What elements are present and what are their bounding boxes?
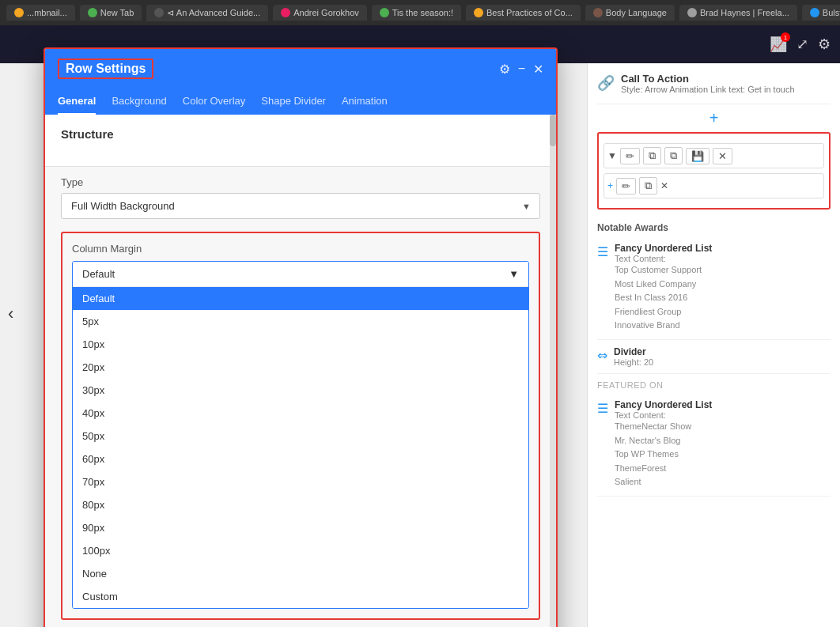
dropdown-item-20px[interactable]: 20px (73, 356, 528, 379)
dropdown-header[interactable]: Default ▼ (73, 262, 528, 287)
list-item: Friendliest Group (615, 305, 712, 319)
column-margin-section: Column Margin Default ▼ Default 5px 10px… (61, 232, 540, 620)
column-margin-dropdown[interactable]: Default ▼ Default 5px 10px 20px 30px 40p… (72, 261, 529, 609)
list-item: Most Liked Company (615, 278, 712, 292)
tab-bar: ...mbnail... New Tab ⊲ An Advanced Guide… (0, 0, 840, 25)
duplicate-button[interactable]: ⧉ (664, 147, 683, 164)
edit-button[interactable]: ✏ (620, 148, 640, 164)
tab-shape-divider[interactable]: Shape Divider (261, 89, 326, 115)
type-form-group: Type Full Width Background (45, 176, 556, 219)
minimize-icon[interactable]: − (518, 62, 525, 76)
dialog-scrollbar[interactable] (550, 115, 556, 627)
fancy-list-2-items: ThemeNectar Show Mr. Nectar's Blog Top W… (615, 420, 712, 489)
dropdown-list: Default 5px 10px 20px 30px 40px 50px 60p… (73, 287, 528, 608)
structure-section: Structure (45, 115, 556, 167)
list-icon-1: ☰ (597, 244, 608, 259)
dropdown-item-none[interactable]: None (73, 562, 528, 585)
settings-gear-icon[interactable]: ⚙ (499, 62, 510, 77)
dropdown-item-50px[interactable]: 50px (73, 425, 528, 448)
tab-brad[interactable]: Brad Haynes | Freela... (679, 5, 797, 21)
dialog-content: Structure Type Full Width Background Col… (45, 115, 556, 627)
dropdown-item-80px[interactable]: 80px (73, 493, 528, 516)
fancy-list-1: ☰ Fancy Unordered List Text Content: Top… (597, 236, 831, 340)
dialog-title: Row Settings (58, 59, 153, 79)
dropdown-selected-value: Default (82, 268, 115, 280)
featured-on-label: Featured On (597, 374, 831, 393)
dropdown-arrow[interactable]: ▼ (607, 150, 617, 161)
close-icon-small[interactable]: ✕ (660, 180, 668, 191)
copy-button-2[interactable]: ⧉ (639, 177, 657, 195)
fancy-list-2-title: Fancy Unordered List (615, 399, 712, 410)
tab-advanced[interactable]: ⊲ An Advanced Guide... (146, 5, 268, 21)
row-settings-dialog: Row Settings ⚙ − ✕ General Background Co… (44, 47, 558, 627)
fancy-list-1-sub: Text Content: (615, 254, 712, 263)
tab-bulstrad[interactable]: Bulstrad OB (802, 5, 840, 21)
copy-button[interactable]: ⧉ (643, 147, 661, 164)
dialog-tabs: General Background Color Overlay Shape D… (45, 89, 556, 115)
type-label: Type (61, 176, 540, 188)
dialog-header: Row Settings ⚙ − ✕ (45, 49, 556, 89)
edit-button-2[interactable]: ✏ (616, 178, 636, 195)
divider-title: Divider (614, 346, 653, 357)
list-item: Best In Class 2016 (615, 291, 712, 305)
analytics-badge: 1 (781, 32, 790, 42)
type-select[interactable]: Full Width Background (61, 193, 540, 219)
tab-andrei[interactable]: Andrei Gorokhov (273, 5, 367, 21)
expand-icon[interactable]: ⤢ (796, 36, 808, 53)
dropdown-item-10px[interactable]: 10px (73, 333, 528, 356)
fancy-list-1-items: Top Customer Support Most Liked Company … (615, 263, 712, 333)
cta-subtitle: Style: Arrow Animation Link text: Get in… (621, 85, 795, 94)
dropdown-item-30px[interactable]: 30px (73, 379, 528, 402)
cta-title: Call To Action (621, 73, 795, 85)
save-widget-button[interactable]: 💾 (686, 148, 709, 164)
list-item: ThemeForest (615, 462, 712, 476)
list-item: Top WP Themes (615, 448, 712, 462)
scrollbar-thumb[interactable] (550, 115, 556, 146)
tab-best-practices[interactable]: Best Practices of Co... (466, 5, 581, 21)
fancy-list-2: ☰ Fancy Unordered List Text Content: The… (597, 393, 831, 497)
close-dialog-icon[interactable]: ✕ (533, 62, 543, 77)
divider-sub: Height: 20 (614, 357, 653, 367)
tab-animation[interactable]: Animation (342, 89, 388, 115)
list-item: ThemeNectar Show (615, 420, 712, 434)
notable-awards-label: Notable Awards (597, 216, 831, 236)
tab-new[interactable]: New Tab (80, 5, 142, 21)
right-panel: 🔗 Call To Action Style: Arrow Animation … (587, 63, 840, 627)
type-value: Full Width Background (71, 200, 175, 212)
tab-body-language[interactable]: Body Language (585, 5, 675, 21)
dropdown-item-60px[interactable]: 60px (73, 448, 528, 470)
tab-season[interactable]: Tis the season:! (372, 5, 461, 21)
divider-icon: ⇔ (597, 348, 607, 363)
list-item: Innovative Brand (615, 319, 712, 333)
dropdown-item-100px[interactable]: 100px (73, 539, 528, 562)
dropdown-item-90px[interactable]: 90px (73, 516, 528, 539)
tab-color-overlay[interactable]: Color Overlay (183, 89, 245, 115)
divider-widget: ⇔ Divider Height: 20 (597, 340, 831, 374)
fancy-list-1-content: Fancy Unordered List Text Content: Top C… (615, 243, 712, 333)
add-icon-small[interactable]: + (607, 180, 613, 191)
dialog-header-icons: ⚙ − ✕ (499, 62, 543, 77)
fancy-list-2-sub: Text Content: (615, 410, 712, 420)
tab-background[interactable]: Background (112, 89, 166, 115)
dropdown-chevron-icon: ▼ (509, 268, 519, 280)
dropdown-item-default[interactable]: Default (73, 287, 528, 310)
dropdown-item-40px[interactable]: 40px (73, 402, 528, 425)
analytics-icon-wrapper: 📈 1 (770, 36, 787, 53)
dropdown-item-70px[interactable]: 70px (73, 470, 528, 493)
element-toolbar-2: + ✏ ⧉ ✕ (604, 173, 824, 198)
delete-button[interactable]: ✕ (713, 148, 732, 164)
element-toolbar-container: ▼ ✏ ⧉ ⧉ 💾 ✕ + ✏ ⧉ ✕ (597, 132, 831, 210)
list-icon-2: ☰ (597, 401, 608, 416)
settings-icon[interactable]: ⚙ (818, 36, 831, 53)
type-select-wrapper: Full Width Background (61, 193, 540, 219)
structure-title: Structure (61, 127, 540, 141)
left-arrow-icon[interactable]: ‹ (8, 304, 13, 324)
dropdown-item-5px[interactable]: 5px (73, 310, 528, 333)
tab-general[interactable]: General (58, 89, 96, 115)
list-item: Mr. Nectar's Blog (615, 434, 712, 448)
dropdown-item-custom[interactable]: Custom (73, 585, 528, 608)
tab-thumbnail[interactable]: ...mbnail... (6, 5, 75, 21)
list-item: Top Customer Support (615, 263, 712, 278)
add-element-button[interactable]: + (597, 104, 831, 132)
list-item: Salient (615, 475, 712, 489)
